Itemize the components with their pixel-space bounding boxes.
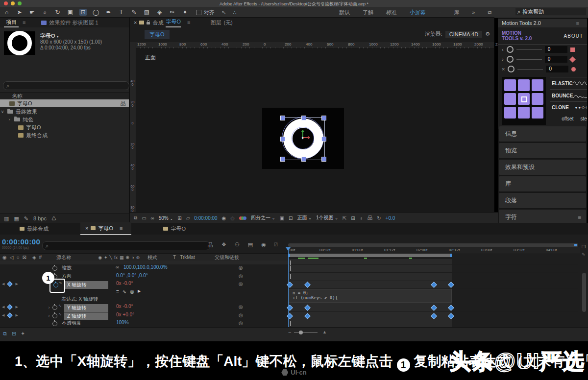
brush-tool-icon[interactable]: ✎ — [130, 9, 138, 16]
selection-tool-icon[interactable]: ➤ — [16, 9, 23, 16]
keyframe[interactable] — [304, 313, 311, 319]
workspace-libraries[interactable]: 库 — [454, 9, 459, 16]
zoom-out-icon[interactable]: − — [288, 329, 291, 335]
pick-whip-icon[interactable]: ◎ — [239, 273, 243, 279]
panel-menu-icon[interactable]: ≡ — [120, 225, 122, 231]
puppet-pin-tool-icon[interactable]: ✦ — [181, 9, 189, 16]
ease-both-icon[interactable]: × — [502, 66, 505, 72]
snapshot-icon[interactable]: ◉ — [222, 215, 226, 221]
vertical-ruler[interactable]: 400200 0200 400600 800 — [130, 42, 136, 223]
channels-icon[interactable] — [239, 216, 246, 220]
expression-language-icon[interactable]: ▶ — [138, 289, 141, 294]
view-layout-dropdown[interactable]: 1个视图 ⌄ — [316, 214, 338, 221]
link-dimensions-icon[interactable]: ∞ — [116, 264, 119, 270]
panel-tab-effects-presets[interactable]: 效果和预设 — [499, 160, 586, 175]
property-name-selected[interactable]: Z 轴旋转 — [64, 312, 108, 320]
next-keyframe-icon[interactable]: ▶ — [15, 282, 18, 286]
property-name-selected[interactable]: Y 轴旋转 — [64, 304, 108, 312]
workspace-edit-icon[interactable]: = — [439, 10, 441, 15]
handle-mid-left[interactable] — [280, 137, 285, 142]
anchor-cell-center[interactable] — [518, 93, 530, 105]
property-name-selected[interactable]: X 轴旋转 — [64, 281, 108, 289]
workspace-default[interactable]: 默认 — [339, 9, 350, 16]
bit-depth-label[interactable]: 8 bpc — [33, 215, 47, 221]
anchor-cell[interactable] — [504, 93, 516, 105]
grid-guides-icon[interactable]: ⊞ — [177, 215, 181, 221]
project-row-folder-solids[interactable]: › 纯色 — [0, 116, 129, 123]
timeline-tab-letter-o-active[interactable]: × 字母O ≡ — [80, 222, 131, 235]
track-lane-orientation[interactable] — [288, 273, 578, 281]
prev-keyframe-icon[interactable]: ◀ — [2, 282, 4, 286]
keyframe-toggle-icon[interactable] — [7, 304, 13, 309]
timeline-tab-letter-o[interactable]: 字母O — [158, 223, 191, 235]
diamond-shape-icon[interactable] — [569, 56, 576, 63]
playhead[interactable] — [288, 247, 289, 327]
frame-blending-icon[interactable]: ▤ — [248, 241, 253, 249]
composition-canvas[interactable]: ✦ — [262, 108, 344, 169]
panel-tab-paragraph[interactable]: 段落 — [499, 193, 586, 208]
show-snapshot-icon[interactable]: ◎ — [230, 215, 235, 221]
slider-knob[interactable] — [508, 66, 514, 72]
always-preview-icon[interactable]: ⧉ — [134, 215, 137, 221]
close-tab-icon[interactable]: × — [85, 225, 88, 231]
home-icon[interactable]: ⌂ — [3, 9, 10, 16]
slider-knob[interactable] — [507, 56, 514, 63]
flowchart-icon[interactable]: 品 — [368, 214, 372, 221]
handle-mid-right[interactable] — [321, 137, 326, 142]
list-view-icon[interactable]: ▥ — [4, 215, 9, 222]
stopwatch-icon[interactable] — [52, 321, 57, 326]
prev-keyframe-icon[interactable]: ◀ — [2, 305, 4, 309]
circle-shape-icon[interactable] — [571, 67, 576, 71]
eraser-tool-icon[interactable]: ◈ — [156, 9, 163, 16]
time-ruler[interactable]: 00f00:12f 01:00f01:12f 02:00f02:12f 03:0… — [288, 247, 580, 254]
panel-tab-preview[interactable]: 预览 — [499, 143, 586, 158]
property-row-z-rotation[interactable]: ◀▶ › ∿ Z 轴旋转 0x +0.0° ◎ — [0, 312, 288, 320]
handle-top-right[interactable] — [321, 116, 326, 120]
expression-enable-icon[interactable]: = — [116, 289, 119, 294]
lock-icon[interactable] — [147, 22, 150, 24]
slider-knob[interactable] — [507, 46, 514, 53]
track-lane-x-rotation[interactable] — [288, 281, 578, 289]
handle-bottom-left[interactable] — [280, 157, 285, 162]
stopwatch-icon[interactable] — [52, 266, 57, 271]
anchor-cell[interactable] — [532, 79, 543, 91]
type-tool-icon[interactable]: T — [118, 9, 125, 16]
navigator-handle[interactable] — [574, 244, 577, 246]
t-column[interactable]: T — [173, 255, 176, 260]
fast-previews-icon[interactable]: ⊞ — [351, 215, 355, 221]
handle-top-center[interactable] — [301, 116, 306, 120]
handle-bottom-center[interactable] — [301, 157, 306, 162]
anchor-cell[interactable] — [518, 107, 530, 119]
edit-marker-icon[interactable]: ✎ — [582, 252, 586, 257]
keyframe[interactable] — [304, 305, 311, 311]
property-value[interactable]: 0.0° ,0.0° ,0.0° — [116, 273, 148, 278]
project-row-comp[interactable]: 字母O — [0, 123, 129, 131]
anchor-cell[interactable] — [532, 93, 543, 105]
lock-icon[interactable]: ⊠ — [22, 255, 26, 260]
about-button[interactable]: ABOUT — [564, 33, 583, 39]
tab-project[interactable]: 项目 — [4, 18, 19, 27]
keyframe[interactable] — [448, 313, 454, 319]
pixel-aspect-icon[interactable]: ⇱ — [343, 215, 346, 221]
reset-exposure-icon[interactable]: ↻ — [377, 215, 381, 221]
timeline-tab-final-comp[interactable]: 最终合成 — [15, 223, 53, 235]
expand-in-out-icon[interactable]: ✦ — [21, 331, 25, 337]
pick-whip-icon[interactable]: ◎ — [239, 265, 243, 270]
keyframe[interactable] — [304, 282, 311, 288]
motion-blur-icon[interactable]: ◉ — [261, 241, 266, 249]
anchor-point[interactable]: ✦ — [301, 136, 305, 141]
property-value[interactable]: 0x +0.0° — [116, 312, 134, 317]
source-name-column[interactable]: 源名称 — [56, 254, 71, 261]
property-row-opacity[interactable]: 不透明度 100% ◎ — [0, 320, 288, 328]
draft-3d-icon[interactable]: ❖ — [221, 241, 226, 249]
next-keyframe-icon[interactable]: ▶ — [15, 305, 18, 309]
roto-brush-tool-icon[interactable]: ✑ — [169, 9, 176, 16]
mask-feather-icon[interactable]: ∴ — [233, 9, 236, 16]
timeline-track-area[interactable]: 00f00:12f 01:00f01:12f 02:00f02:12f 03:0… — [288, 223, 580, 341]
expression-row-x-rotation[interactable]: 表达式: X 轴旋转 = ∿ ◎ ▶ — [0, 289, 288, 297]
zoom-level-dropdown[interactable]: 50% ⌄ — [159, 215, 173, 221]
expand-chevron-icon[interactable]: › — [47, 305, 51, 310]
trkmat-column[interactable]: TrkMat — [180, 255, 195, 260]
interpret-footage-icon[interactable]: ✎ — [24, 215, 28, 222]
ease-in-icon[interactable]: ‹ — [502, 47, 504, 52]
